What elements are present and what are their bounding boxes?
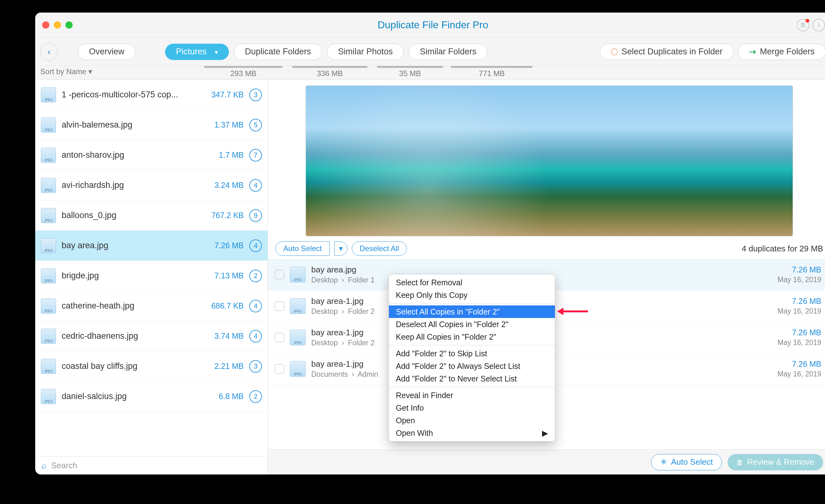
menu-open-with[interactable]: Open With ▶: [389, 427, 555, 439]
file-name: brigde.jpg: [62, 271, 197, 280]
footer-auto-select-button[interactable]: Auto Select: [651, 454, 722, 471]
file-size: 2.21 MB: [203, 362, 244, 371]
menu-add-always-select[interactable]: Add "Folder 2" to Always Select List: [389, 360, 555, 372]
menu-reveal-in-finder[interactable]: Reveal in Finder: [389, 389, 555, 402]
auto-select-dropdown[interactable]: ▾: [334, 241, 348, 256]
jpeg-icon: JPEG: [41, 268, 56, 283]
tab-pictures[interactable]: Pictures: [165, 44, 229, 60]
size-label: 336 MB: [317, 69, 343, 78]
jpeg-icon: JPEG: [41, 178, 56, 193]
search-icon: [42, 460, 47, 471]
sparkle-icon: [660, 457, 667, 467]
file-size: 1.7 MB: [203, 151, 244, 160]
file-name: coastal bay cliffs.jpg: [62, 361, 197, 371]
duplicate-count-badge: 5: [249, 119, 262, 131]
merge-folders-button[interactable]: ⇢ Merge Folders: [738, 44, 825, 60]
duplicate-count-badge: 4: [249, 239, 262, 252]
review-remove-button[interactable]: Review & Remove: [728, 454, 823, 471]
duplicate-count-badge: 9: [249, 209, 262, 222]
menu-deselect-all-copies[interactable]: Deselect All Copies in "Folder 2": [389, 318, 555, 331]
menu-separator: [389, 387, 555, 387]
file-size: 347.7 KB: [203, 90, 244, 99]
select-duplicates-button[interactable]: Select Duplicates in Folder: [600, 44, 734, 60]
row-checkbox[interactable]: [275, 301, 284, 311]
target-icon: [611, 49, 618, 55]
file-name: catherine-heath.jpg: [62, 301, 197, 311]
menu-add-skip-list[interactable]: Add "Folder 2" to Skip List: [389, 347, 555, 360]
context-menu[interactable]: Select for Removal Keep Only this Copy S…: [389, 274, 555, 441]
tab-similar-photos[interactable]: Similar Photos: [327, 44, 404, 60]
toolbar: ‹ Overview Pictures Duplicate Folders Si…: [35, 38, 825, 66]
row-checkbox[interactable]: [275, 364, 284, 373]
chevron-down-icon[interactable]: [214, 47, 218, 57]
dup-file-date: May 16, 2019: [777, 338, 821, 347]
menu-open[interactable]: Open: [389, 414, 555, 427]
jpeg-icon: JPEG: [290, 361, 306, 377]
preview-image: [306, 85, 793, 236]
file-list[interactable]: JPEG1 -pericos-multicolor-575 cop...347.…: [35, 80, 268, 456]
dup-file-path: Desktop › Folder 2: [311, 307, 374, 316]
auto-select-button[interactable]: Auto Select: [276, 241, 330, 256]
annotation-arrow: [563, 311, 588, 312]
dup-file-name: bay area-1.jpg: [311, 359, 378, 369]
file-row[interactable]: JPEGavi-richardsh.jpg3.24 MB4: [35, 170, 268, 200]
duplicate-count-badge: 2: [249, 390, 262, 403]
jpeg-icon: JPEG: [41, 299, 56, 314]
info-icon[interactable]: i: [812, 19, 825, 31]
menu-select-all-copies[interactable]: Select All Copies in "Folder 2": [389, 306, 555, 318]
dup-file-size: 7.26 MB: [792, 265, 821, 274]
overview-button[interactable]: Overview: [78, 44, 136, 60]
file-size: 7.13 MB: [203, 271, 244, 280]
back-button[interactable]: ‹: [40, 43, 58, 61]
dup-file-name: bay area-1.jpg: [311, 328, 374, 337]
button-label: Auto Select: [671, 457, 713, 467]
file-name: cedric-dhaenens.jpg: [62, 331, 197, 341]
tab-size-bar: Sort by Name ▾ 293 MB 336 MB 35 MB 771 M…: [35, 66, 825, 80]
file-row[interactable]: JPEGcoastal bay cliffs.jpg2.21 MB3: [35, 351, 268, 382]
merge-icon: ⇢: [749, 47, 756, 57]
duplicate-count-badge: 3: [249, 89, 262, 101]
row-checkbox[interactable]: [275, 333, 284, 342]
menu-keep-all-copies[interactable]: Keep All Copies in "Folder 2": [389, 331, 555, 343]
file-row[interactable]: JPEGballoons_0.jpg767.2 KB9: [35, 200, 268, 231]
chevron-right-icon: ▶: [542, 429, 548, 438]
size-label: 293 MB: [230, 69, 256, 78]
menu-add-never-select[interactable]: Add "Folder 2" to Never Select List: [389, 372, 555, 385]
jpeg-icon: JPEG: [41, 238, 56, 253]
size-label: 771 MB: [479, 69, 505, 78]
file-row[interactable]: JPEGcedric-dhaenens.jpg3.74 MB4: [35, 321, 268, 351]
row-checkbox[interactable]: [275, 270, 284, 279]
file-name: balloons_0.jpg: [62, 211, 197, 220]
deselect-all-button[interactable]: Deselect All: [352, 241, 407, 256]
menu-get-info[interactable]: Get Info: [389, 402, 555, 414]
duplicate-count-badge: 4: [249, 300, 262, 312]
jpeg-icon: JPEG: [41, 117, 56, 133]
menu-keep-only-this-copy[interactable]: Keep Only this Copy: [389, 289, 555, 301]
menu-select-for-removal[interactable]: Select for Removal: [389, 276, 555, 289]
tab-similar-folders[interactable]: Similar Folders: [409, 44, 487, 60]
file-size: 6.8 MB: [203, 392, 244, 401]
file-row[interactable]: JPEGbrigde.jpg7.13 MB2: [35, 261, 268, 291]
size-bar-pictures: [204, 66, 283, 68]
search-input[interactable]: Search: [35, 456, 268, 475]
rss-icon[interactable]: ☰: [797, 19, 809, 31]
file-row[interactable]: JPEGcatherine-heath.jpg686.7 KB4: [35, 291, 268, 321]
file-name: alvin-balemesa.jpg: [62, 120, 197, 130]
file-row[interactable]: JPEG1 -pericos-multicolor-575 cop...347.…: [35, 80, 268, 110]
file-row[interactable]: JPEGdaniel-salcius.jpg6.8 MB2: [35, 382, 268, 412]
file-size: 686.7 KB: [203, 301, 244, 311]
jpeg-icon: JPEG: [41, 329, 56, 344]
sort-dropdown[interactable]: Sort by Name ▾: [40, 66, 141, 76]
file-row[interactable]: JPEGanton-sharov.jpg1.7 MB7: [35, 140, 268, 170]
tab-label: Pictures: [176, 47, 207, 57]
tab-duplicate-folders[interactable]: Duplicate Folders: [234, 44, 322, 60]
dup-file-date: May 16, 2019: [777, 275, 821, 284]
dup-file-path: Desktop › Folder 2: [311, 339, 374, 347]
titlebar: Duplicate File Finder Pro ☰ i: [35, 13, 825, 38]
file-name: daniel-salcius.jpg: [62, 392, 197, 401]
file-name: bay area.jpg: [62, 241, 197, 250]
file-row[interactable]: JPEGalvin-balemesa.jpg1.37 MB5: [35, 110, 268, 140]
controls-bar: Auto Select ▾ Deselect All 4 duplicates …: [268, 239, 825, 259]
dup-file-size: 7.26 MB: [792, 297, 821, 306]
file-row[interactable]: JPEGbay area.jpg7.26 MB4: [35, 231, 268, 261]
